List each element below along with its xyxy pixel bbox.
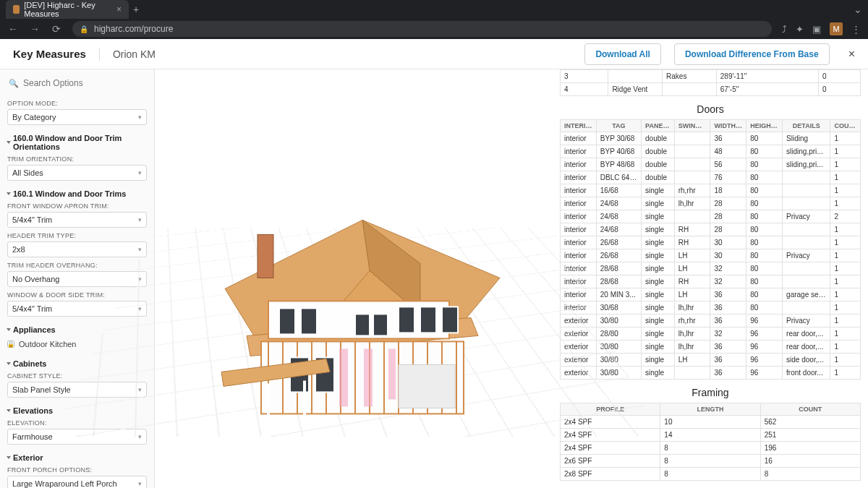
table-row: interior24/68single2880Privacy2	[561, 210, 861, 223]
table-row: 2x6 SPF816	[561, 455, 861, 468]
section-exterior[interactable]: Exterior	[7, 453, 147, 462]
forward-icon[interactable]: →	[29, 23, 41, 35]
browser-chrome: [DEV] Higharc - Key Measures × + ⌄ ← → ⟳…	[0, 0, 868, 39]
favicon	[13, 5, 20, 14]
svg-rect-24	[420, 307, 436, 333]
section-160-1[interactable]: 160.1 Window and Door Trims	[7, 189, 147, 198]
main-layout: 🔍 OPTION MODE: By Category 160.0 Window …	[0, 69, 868, 488]
search-input[interactable]	[23, 78, 147, 88]
table-row: interiorDBLC 64/...double76801	[561, 171, 861, 184]
svg-rect-30	[399, 364, 455, 408]
download-all-button[interactable]: Download All	[584, 43, 661, 65]
overhang-label: TRIM HEADER OVERHANG:	[7, 262, 147, 269]
download-diff-button[interactable]: Download Difference From Base	[674, 43, 830, 65]
tabs-icon[interactable]: ▣	[812, 24, 821, 35]
trim-orientation-select[interactable]: All Sides	[7, 165, 147, 181]
table-row: exterior30/80singlerh,rhr3696Privacy1	[561, 314, 861, 328]
search-icon: 🔍	[9, 79, 19, 88]
kebab-menu-icon[interactable]: ⋮	[851, 24, 861, 35]
table-row: interior28/68singleRH32801	[561, 275, 861, 288]
table-row: 2x8 SPF88	[561, 468, 861, 481]
svg-rect-23	[399, 307, 414, 333]
url-bar[interactable]: 🔒 higharc.com/procure	[72, 21, 772, 37]
table-row: interiorBYP 30/68double3680Sliding1	[561, 132, 861, 145]
model-viewport[interactable]	[155, 69, 556, 488]
tab-strip: [DEV] Higharc - Key Measures × + ⌄	[0, 0, 868, 19]
front-apron-label: FRONT WINDOW APRON TRIM:	[7, 202, 147, 210]
doors-title: Doors	[560, 103, 861, 115]
table-row: interior20 MIN 3...singleLH3680garage se…	[561, 288, 861, 301]
divider	[99, 48, 100, 61]
tab-title: [DEV] Higharc - Key Measures	[24, 1, 108, 18]
front-apron-select[interactable]: 5/4x4" Trim	[7, 212, 147, 228]
page-title: Key Measures	[13, 48, 86, 60]
table-row: interior30/68singlelh,lhr36801	[561, 301, 861, 314]
table-row: 3Rakes289'-11"0	[561, 70, 861, 83]
back-icon[interactable]: ←	[7, 23, 19, 35]
top-table: 3Rakes289'-11"04Ridge Vent67'-5"0	[560, 69, 861, 96]
search-row: 🔍	[7, 74, 147, 95]
svg-rect-27	[373, 314, 388, 335]
svg-rect-37	[388, 348, 396, 399]
table-row: 4Ridge Vent67'-5"0	[561, 83, 861, 96]
svg-rect-35	[339, 348, 348, 406]
header-trim-select[interactable]: 2x8	[7, 241, 147, 257]
section-160-0[interactable]: 160.0 Window and Door Trim Orientations	[7, 134, 147, 151]
chevron-down-icon[interactable]: ⌄	[854, 4, 862, 15]
avatar[interactable]: M	[830, 22, 843, 35]
svg-rect-36	[364, 348, 373, 406]
reload-icon[interactable]: ⟳	[51, 23, 62, 35]
project-name: Orion KM	[113, 48, 156, 60]
svg-rect-22	[301, 308, 317, 334]
front-porch-label: FRONT PORCH OPTIONS:	[7, 466, 147, 474]
svg-rect-21	[279, 308, 295, 334]
lock-small-icon: 🔒	[7, 341, 14, 348]
lock-icon: 🔒	[80, 25, 88, 33]
table-row: interior16/68singlerh,rhr18801	[561, 184, 861, 197]
share-icon[interactable]: ⤴	[782, 24, 787, 35]
table-row: interior24/68singlelh,lhr28801	[561, 197, 861, 210]
browser-tab[interactable]: [DEV] Higharc - Key Measures ×	[6, 0, 129, 19]
chrome-right-icons: ⤴ ✦ ▣ M ⋮	[782, 22, 861, 35]
close-tab-icon[interactable]: ×	[116, 4, 122, 14]
svg-rect-26	[355, 314, 370, 335]
table-row: interior26/68singleRH30801	[561, 236, 861, 249]
table-row: interior28/68singleLH32801	[561, 262, 861, 275]
house-model	[182, 169, 529, 444]
table-row: interior24/68singleRH28801	[561, 223, 861, 236]
option-mode-select[interactable]: By Category	[7, 109, 147, 125]
url-bar-row: ← → ⟳ 🔒 higharc.com/procure ⤴ ✦ ▣ M ⋮	[0, 19, 868, 39]
header-trim-label: HEADER TRIM TYPE:	[7, 232, 147, 239]
extensions-icon[interactable]: ✦	[796, 24, 804, 35]
svg-rect-25	[442, 307, 458, 333]
trim-orientation-label: TRIM ORIENTATION:	[7, 155, 147, 163]
close-icon[interactable]: ×	[848, 48, 855, 61]
new-tab-button[interactable]: +	[133, 4, 139, 15]
url-text: higharc.com/procure	[94, 24, 173, 34]
svg-rect-3	[258, 234, 273, 278]
table-row: interiorBYP 48/68double5680sliding,pri..…	[561, 158, 861, 171]
option-mode-label: OPTION MODE:	[7, 100, 147, 107]
table-row: interior26/68singleLH3080Privacy1	[561, 249, 861, 262]
app-toolbar: Key Measures Orion KM Download All Downl…	[0, 39, 868, 69]
front-porch-select[interactable]: Large Wraparound Left Porch	[7, 476, 147, 488]
table-row: interiorBYP 40/68double4880sliding,pri..…	[561, 145, 861, 158]
table-row: 2x4 SPF8196	[561, 442, 861, 455]
